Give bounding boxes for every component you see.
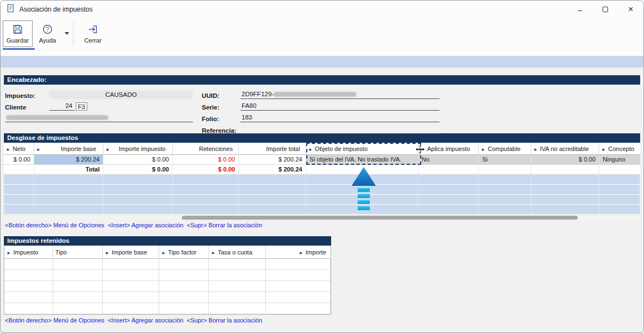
empty-cell [53,281,103,292]
referencia-label: Referencia: [202,127,240,134]
column-header-computable[interactable]: Computable [479,143,531,155]
maximize-icon [603,7,608,12]
column-marker-icon [421,145,427,152]
column-header-tasa-cuota[interactable]: Tasa o cuota [209,246,266,259]
empty-cell [306,205,418,215]
column-marker-icon [105,249,112,256]
guardar-button[interactable]: Guardar [3,20,33,47]
ayuda-button[interactable]: ? Ayuda [33,20,62,47]
close-button[interactable]: × [618,1,643,18]
column-marker-icon [106,145,112,152]
svg-text:?: ? [46,26,49,33]
column-header-importe-total[interactable]: Importe total [239,143,306,155]
column-marker-icon [211,249,218,256]
column-header-objeto-impuesto[interactable]: Objeto de impuesto [306,143,418,155]
column-header-neto[interactable]: Neto [4,143,34,155]
column-header-importe-base[interactable]: Importe base [34,143,103,155]
table-row [4,259,331,270]
folio-field[interactable]: 183 [240,113,439,122]
cell-retenciones[interactable]: $ 0.00 [173,155,239,165]
total-importe-total: $ 200.24 [239,165,306,175]
empty-cell [479,195,531,205]
info-band [1,56,643,67]
column-header-concepto[interactable]: Concepto [599,143,640,155]
help-icon: ? [42,24,53,36]
column-header-importe[interactable]: Importe [266,246,331,259]
cliente-code-field[interactable]: F3 [76,102,87,111]
column-header-impuesto[interactable]: Impuesto [4,246,53,259]
total-importe-impuesto: $ 0.00 [103,165,172,175]
empty-cell [159,292,209,303]
empty-cell [103,185,172,195]
redacted-text [274,92,357,97]
empty-cell [159,270,209,281]
empty-cell [173,175,239,185]
minimize-button[interactable]: – [567,1,593,18]
retenidos-help-text: <Botón derecho> Menú de Opciones <Insert… [5,317,640,324]
retenidos-header-row: Impuesto Tipo Importe base Tipo factor T… [4,246,331,259]
cell-iva-no-acreditable[interactable]: $ 0.00 [531,155,599,165]
cerrar-button[interactable]: Cerrar [78,20,108,47]
chevron-down-icon [65,32,69,35]
cell-objeto-impuesto[interactable]: Sí objeto del IVA, No traslado IVA. [306,155,418,165]
section-header-desglose: Desglose de impuestos [4,133,640,143]
scrollbar-thumb[interactable] [182,216,578,220]
empty-cell [34,175,103,185]
cell-computable[interactable]: Si [479,155,531,165]
cell-importe-impuesto[interactable]: $ 0.00 [103,155,172,165]
empty-cell [53,292,103,303]
cell-importe-total[interactable]: $ 200.24 [239,155,306,165]
column-header-tipo[interactable]: Tipo [53,246,103,259]
cell-neto[interactable]: $ 0.00 [4,155,34,165]
table-row [4,270,331,281]
desglose-help-text: <Botón derecho> Menú de Opciones <Insert… [5,222,640,228]
empty-cell [599,185,640,195]
cell-aplica-impuesto[interactable]: No [418,155,479,165]
cell-concepto[interactable]: Ninguno [599,155,640,165]
column-header-retenciones[interactable]: Retenciones [173,143,239,155]
column-header-aplica-impuesto[interactable]: Aplica impuesto [418,143,479,155]
empty-cell [159,303,209,314]
column-marker-icon [481,145,488,152]
empty-cell [53,259,103,270]
maximize-button[interactable] [593,1,618,18]
empty-cell [266,270,331,281]
empty-cell [306,185,418,195]
empty-cell [239,175,306,185]
cliente-field[interactable]: 24 [49,102,75,111]
total-label: Total [34,165,103,175]
empty-cell [4,259,53,270]
window-controls: – × [567,1,643,18]
column-header-importe-base[interactable]: Importe base [103,246,159,259]
ayuda-dropdown-button[interactable] [62,20,71,47]
content-area: Encabezado: Impuesto: CAUSADO Cliente 24… [1,75,643,324]
horizontal-scrollbar[interactable] [4,215,640,220]
empty-cell [103,195,172,205]
titlebar: Asociación de impuestos – × [1,1,643,18]
empty-cell [531,175,599,185]
empty-cell [34,195,103,205]
cliente-name-field[interactable] [5,113,193,122]
ayuda-group: ? Ayuda [33,20,71,47]
empty-cell [599,195,640,205]
table-row [4,205,640,215]
cell-importe-base-selected[interactable]: $ 200.24 [34,155,103,165]
column-header-iva-no-acreditable[interactable]: IVA no acreditable [531,143,599,155]
encabezado-form: Impuesto: CAUSADO Cliente 24 F3 UUID: 2D… [4,85,640,133]
column-header-tipo-factor[interactable]: Tipo factor [159,246,209,259]
empty-cell [4,270,53,281]
column-header-importe-impuesto[interactable]: Importe impuesto [103,143,172,155]
document-icon [6,4,15,15]
empty-cell [306,195,418,205]
uuid-field[interactable]: 2D9FF129- [240,90,439,99]
form-left-column: Impuesto: CAUSADO Cliente 24 F3 [5,88,193,132]
empty-cell [479,175,531,185]
empty-cell [103,281,159,292]
empty-cell [531,205,599,215]
empty-cell [306,165,418,175]
empty-cell [4,303,53,314]
referencia-field[interactable] [240,125,439,134]
table-row [4,281,331,292]
serie-field[interactable]: FA80 [240,102,439,111]
cerrar-label: Cerrar [84,37,101,44]
